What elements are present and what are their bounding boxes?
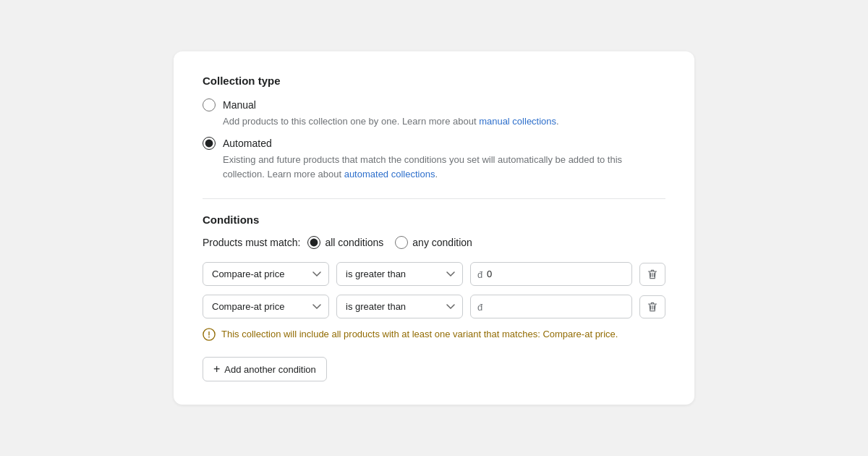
match-row: Products must match: all conditions any … xyxy=(203,236,665,249)
add-condition-button[interactable]: + Add another condition xyxy=(203,357,327,381)
trash-icon-2 xyxy=(647,301,658,313)
all-conditions-option[interactable]: all conditions xyxy=(307,236,383,249)
svg-point-2 xyxy=(208,337,210,338)
condition-1-operator-select[interactable]: is greater than is less than is equal to… xyxy=(336,262,463,286)
plus-icon: + xyxy=(213,363,220,375)
automated-label[interactable]: Automated xyxy=(223,138,272,149)
collection-type-radio-group: Manual Add products to this collection o… xyxy=(203,98,665,182)
any-condition-option[interactable]: any condition xyxy=(395,236,472,249)
condition-2-value-input[interactable] xyxy=(470,295,632,318)
section-divider xyxy=(203,198,665,199)
all-conditions-radio[interactable] xyxy=(307,236,320,249)
condition-1-delete-button[interactable] xyxy=(639,263,665,286)
manual-description: Add products to this collection one by o… xyxy=(223,114,665,129)
condition-1-value-wrapper: đ xyxy=(470,262,632,286)
collection-type-card: Collection type Manual Add products to t… xyxy=(174,51,694,405)
condition-1-field-select[interactable]: Compare-at price Price Title Tag Vendor … xyxy=(203,262,329,286)
condition-2-operator-select[interactable]: is greater than is less than is equal to… xyxy=(336,295,463,318)
manual-collections-link[interactable]: manual collections xyxy=(479,116,556,127)
manual-label[interactable]: Manual xyxy=(223,99,256,111)
add-condition-label: Add another condition xyxy=(224,364,315,375)
collection-type-title: Collection type xyxy=(203,75,665,87)
automated-option: Automated Existing and future products t… xyxy=(203,137,665,181)
trash-icon xyxy=(647,269,658,280)
condition-row-2: Compare-at price Price Title Tag Vendor … xyxy=(203,295,665,318)
warning-box: This collection will include all product… xyxy=(203,327,665,344)
any-condition-label[interactable]: any condition xyxy=(412,237,472,248)
match-radio-group: all conditions any condition xyxy=(307,236,472,249)
automated-description: Existing and future products that match … xyxy=(223,153,665,181)
conditions-title: Conditions xyxy=(203,214,665,226)
condition-row-1: Compare-at price Price Title Tag Vendor … xyxy=(203,262,665,286)
condition-2-value-wrapper: đ xyxy=(470,295,632,318)
manual-option: Manual Add products to this collection o… xyxy=(203,98,665,129)
condition-2-field-select[interactable]: Compare-at price Price Title Tag Vendor … xyxy=(203,295,329,318)
all-conditions-label[interactable]: all conditions xyxy=(325,237,383,248)
warning-icon xyxy=(203,328,216,344)
any-condition-radio[interactable] xyxy=(395,236,408,249)
products-must-match-label: Products must match: xyxy=(203,237,300,248)
warning-text: This collection will include all product… xyxy=(221,327,618,342)
automated-collections-link[interactable]: automated collections xyxy=(344,169,435,180)
condition-1-value-input[interactable] xyxy=(470,262,632,286)
manual-radio[interactable] xyxy=(203,98,216,111)
condition-2-delete-button[interactable] xyxy=(639,295,665,318)
automated-radio[interactable] xyxy=(203,137,216,150)
